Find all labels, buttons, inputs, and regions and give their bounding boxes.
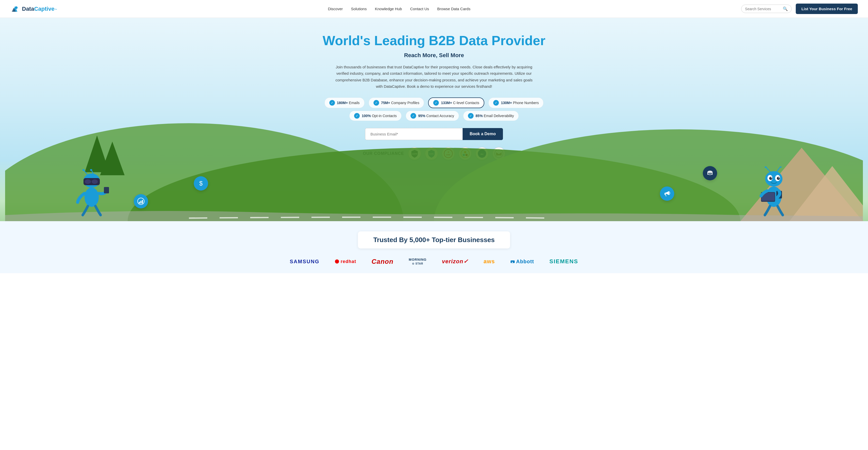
nav-solutions[interactable]: Solutions — [351, 7, 367, 11]
nav-discover[interactable]: Discover — [328, 7, 343, 11]
brand-samsung: SAMSUNG — [290, 259, 319, 264]
hero-description: Join thousands of businesses that trust … — [335, 64, 533, 90]
svg-point-49 — [778, 177, 779, 178]
database-icon — [703, 166, 717, 180]
landscape-area: $ — [5, 165, 863, 221]
svg-point-47 — [777, 177, 780, 180]
svg-rect-38 — [104, 187, 109, 193]
logo-icon — [10, 4, 20, 14]
hero-section: World's Leading B2B Data Provider Reach … — [0, 18, 868, 221]
logo-text: DataCaptive~ — [22, 6, 57, 12]
hero-title: World's Leading B2B Data Provider — [5, 33, 863, 49]
svg-point-36 — [92, 179, 98, 184]
svg-rect-23 — [139, 202, 140, 203]
svg-point-54 — [335, 259, 339, 263]
svg-point-35 — [85, 179, 91, 184]
brand-redhat: redhat — [335, 259, 356, 264]
svg-point-37 — [85, 188, 99, 207]
nav-knowledge-hub[interactable]: Knowledge Hub — [375, 7, 402, 11]
trusted-banner-text: Trusted By 5,000+ Top-tier Businesses — [373, 236, 495, 244]
navbar: DataCaptive~ Discover Solutions Knowledg… — [0, 0, 868, 18]
search-icon: 🔍 — [783, 6, 788, 11]
dollar-icon: $ — [194, 176, 208, 191]
nav-links: Discover Solutions Knowledge Hub Contact… — [328, 7, 470, 11]
brand-abbott: ▶ Abbott — [510, 259, 534, 264]
svg-point-46 — [769, 177, 772, 180]
nav-right: 🔍 List Your Business For Free — [741, 4, 858, 14]
brand-aws: aws — [484, 258, 495, 265]
svg-point-48 — [771, 177, 772, 178]
svg-rect-24 — [141, 201, 142, 203]
brand-siemens: SIEMENS — [549, 258, 578, 265]
nav-contact-us[interactable]: Contact Us — [410, 7, 429, 11]
svg-rect-25 — [142, 200, 143, 203]
chart-icon — [134, 194, 148, 208]
brand-morning: MORNING⊙ STAR — [409, 258, 427, 265]
logo[interactable]: DataCaptive~ — [10, 4, 57, 14]
trusted-banner: Trusted By 5,000+ Top-tier Businesses — [358, 231, 510, 249]
search-input[interactable] — [745, 7, 781, 11]
nav-browse-data[interactable]: Browse Data Cards — [437, 7, 470, 11]
search-box[interactable]: 🔍 — [741, 5, 792, 13]
svg-point-26 — [708, 171, 712, 173]
svg-point-2 — [15, 6, 18, 9]
svg-text:▶: ▶ — [512, 261, 514, 263]
brand-canon: Canon — [371, 258, 394, 265]
svg-line-41 — [776, 167, 780, 172]
megaphone-icon — [660, 187, 674, 201]
brand-logos: SAMSUNG redhat Canon MORNING⊙ STAR veriz… — [10, 258, 858, 265]
hero-subtitle: Reach More, Sell More — [5, 52, 863, 59]
mascot-left — [74, 169, 112, 221]
mascot-right — [753, 167, 794, 221]
trusted-section: Trusted By 5,000+ Top-tier Businesses SA… — [0, 221, 868, 273]
list-business-button[interactable]: List Your Business For Free — [796, 4, 858, 14]
brand-verizon: verizon✓ — [442, 258, 468, 265]
